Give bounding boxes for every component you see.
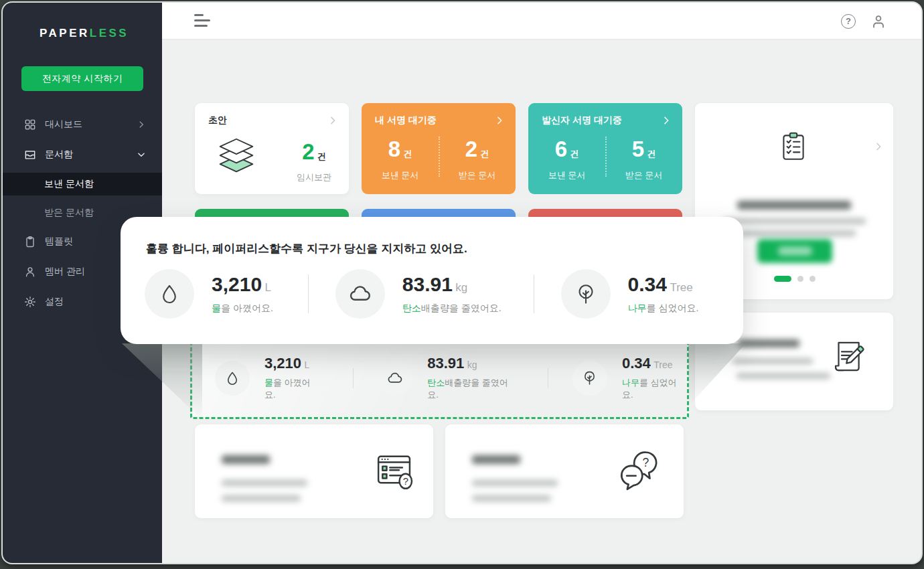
chat-question-icon: ?: [616, 449, 663, 494]
sent-unit: 건: [403, 149, 412, 159]
stat-keyword: 나무: [622, 378, 639, 388]
blurred-text-line: [733, 358, 813, 364]
trees-planted-stat: 0.34 Tree 나무를 심었어요.: [561, 269, 699, 319]
sent-count: 6: [555, 137, 567, 161]
eco-stats-inline-zone: 3,210 L 물을 아꼈어요. 83.91 kg 탄소배출량을 줄였어요.: [190, 339, 689, 419]
sidebar-item-label: 문서함: [45, 149, 73, 161]
draft-card-title: 초안: [208, 114, 227, 127]
inbox-icon: [23, 148, 37, 161]
brand-paper: PAPER: [40, 27, 90, 39]
brand-logo: PAPERLESS: [40, 27, 129, 40]
stat-label: 을 아꼈어요.: [221, 303, 273, 313]
received-label: 받은 문서: [613, 169, 675, 181]
document-pencil-icon: [829, 337, 868, 376]
sidebar-item-label: 설정: [45, 296, 64, 308]
sidebar-item-label: 멤버 관리: [45, 266, 85, 278]
received-count: 2: [465, 137, 477, 161]
stat-keyword: 탄소: [427, 378, 445, 388]
carousel-dot-active[interactable]: [774, 276, 791, 282]
clipboard-icon: [23, 235, 37, 248]
stat-value: 83.91: [427, 355, 464, 372]
tree-icon: [572, 361, 607, 396]
app-window: PAPERLESS 전자계약 시작하기 대시보드 문서함 보: [1, 1, 923, 564]
cloud-icon: [378, 361, 412, 396]
received-unit: 건: [480, 149, 489, 159]
stat-keyword: 나무: [628, 303, 647, 313]
stat-value: 3,210: [212, 273, 262, 295]
start-contract-button[interactable]: 전자계약 시작하기: [21, 66, 143, 91]
draft-count: 2: [302, 139, 314, 164]
sidebar-subitem-label: 보낸 문서함: [44, 178, 94, 190]
water-drop-icon: [215, 361, 250, 396]
carousel-dot[interactable]: [810, 276, 816, 282]
cloud-icon: [335, 269, 385, 319]
carbon-reduced-stat: 83.91 kg 탄소배출량을 줄였어요.: [335, 269, 502, 319]
stat-unit: Tree: [653, 359, 672, 370]
stat-divider: [548, 368, 548, 388]
chevron-right-icon[interactable]: [327, 115, 338, 126]
chevron-down-icon: [137, 150, 146, 159]
sidebar-item-dashboard[interactable]: 대시보드: [3, 113, 162, 136]
blurred-text-line: [734, 230, 856, 236]
chevron-right-icon[interactable]: [494, 115, 505, 126]
stat-unit: kg: [467, 359, 477, 370]
blurred-green-button[interactable]: [757, 239, 832, 263]
water-drop-icon: [145, 269, 194, 319]
sidebar-item-label: 템플릿: [45, 236, 73, 248]
sent-count: 8: [388, 137, 400, 161]
carbon-reduced-stat: 83.91 kg 탄소배출량을 줄였어요.: [378, 355, 518, 401]
received-count: 5: [632, 137, 644, 161]
faq-card[interactable]: ?: [445, 424, 684, 518]
blurred-text-line: [472, 495, 551, 501]
sidebar-subitem-label: 받은 문서함: [44, 207, 94, 219]
card-title: 내 서명 대기중: [375, 114, 437, 127]
stat-unit: L: [305, 359, 310, 370]
stat-value: 3,210: [264, 355, 301, 372]
sidebar-item-docbox[interactable]: 문서함: [3, 143, 162, 166]
help-guide-card[interactable]: ?: [195, 424, 433, 518]
water-saved-stat: 3,210 L 물을 아꼈어요.: [145, 269, 273, 319]
stat-label: 배출량을 줄였어요.: [421, 303, 502, 313]
blurred-title: [472, 455, 520, 464]
menu-icon[interactable]: [194, 14, 212, 29]
stat-value: 0.34: [622, 355, 651, 372]
stat-keyword: 물: [212, 303, 221, 313]
my-signature-waiting-card[interactable]: 내 서명 대기중 8건 보낸 문서 2건 받은 문서: [362, 103, 516, 194]
chevron-right-icon[interactable]: [661, 115, 672, 126]
sent-label: 보낸 문서: [370, 169, 431, 181]
blurred-text-line: [724, 218, 866, 224]
stat-value: 83.91: [402, 273, 453, 295]
member-icon: [23, 265, 37, 278]
blurred-text-line: [222, 480, 307, 486]
blurred-text-line: [222, 495, 301, 501]
sender-signature-waiting-card[interactable]: 발신자 서명 대기중 6건 보낸 문서 5건 받은 문서: [528, 103, 682, 194]
stat-keyword: 탄소: [402, 303, 421, 313]
draft-card[interactable]: 초안 2건 임시보관: [195, 103, 349, 194]
sidebar-item-sent-docs[interactable]: 보낸 문서함: [3, 173, 162, 195]
water-saved-stat: 3,210 L 물을 아꼈어요.: [215, 355, 321, 401]
eco-stats-popup: 훌륭 합니다, 페이퍼리스할수록 지구가 당신을 지지하고 있어요. 3,210…: [121, 217, 743, 344]
sidebar-item-label: 대시보드: [45, 118, 82, 131]
layers-icon: [215, 137, 258, 175]
brand-less: LESS: [90, 27, 129, 39]
top-header: ?: [162, 3, 921, 39]
stat-value: 0.34: [628, 273, 667, 295]
stat-unit: L: [265, 281, 271, 294]
gear-icon: [23, 295, 37, 309]
blurred-text-line: [472, 480, 558, 486]
stat-divider: [353, 368, 354, 388]
blurred-title: [738, 339, 799, 347]
help-icon[interactable]: ?: [841, 14, 856, 29]
draft-caption: 임시보관: [287, 171, 341, 183]
profile-icon[interactable]: [870, 13, 887, 30]
received-label: 받은 문서: [447, 169, 508, 181]
received-unit: 건: [647, 149, 656, 159]
stat-label: 를 심었어요.: [647, 303, 699, 313]
carousel-dot[interactable]: [797, 276, 803, 282]
stat-unit: Tree: [670, 281, 692, 294]
card-title: 발신자 서명 대기중: [542, 114, 622, 127]
carousel-next-icon[interactable]: [873, 140, 884, 151]
eco-popup-title: 훌륭 합니다, 페이퍼리스할수록 지구가 당신을 지지하고 있어요.: [146, 241, 467, 256]
clipboard-check-icon: [777, 130, 810, 163]
svg-text:?: ?: [643, 456, 649, 469]
